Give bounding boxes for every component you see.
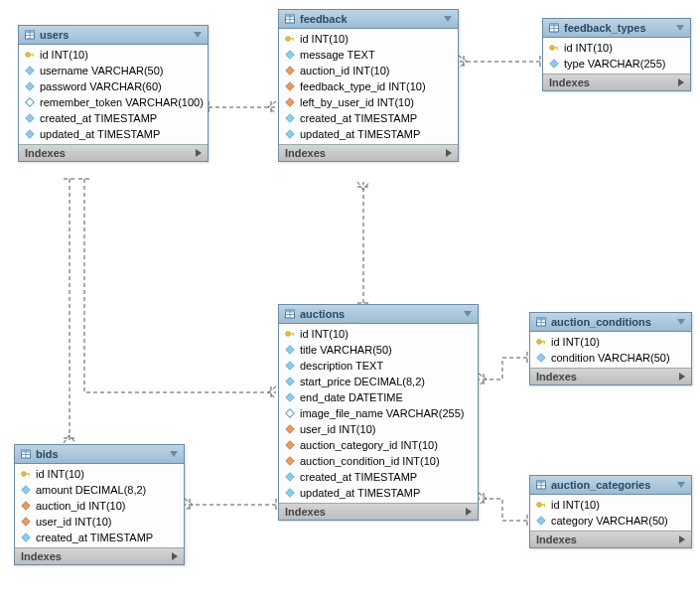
- column-row: id INT(10): [530, 334, 691, 350]
- column-row: id INT(10): [279, 31, 458, 47]
- column-row: remember_token VARCHAR(100): [19, 94, 208, 110]
- column-row: left_by_user_id INT(10): [279, 94, 458, 110]
- column-list: id INT(10)condition VARCHAR(50): [530, 332, 691, 368]
- column-row: updated_at TIMESTAMP: [279, 126, 458, 142]
- indexes-section[interactable]: Indexes: [15, 547, 184, 564]
- column-text: updated_at TIMESTAMP: [40, 128, 160, 140]
- column-row: created_at TIMESTAMP: [15, 530, 184, 545]
- svg-point-54: [537, 340, 542, 345]
- column-text: amount DECIMAL(8,2): [36, 484, 146, 496]
- expand-icon: [678, 78, 684, 86]
- fk-icon: [21, 517, 31, 527]
- column-text: left_by_user_id INT(10): [300, 96, 414, 108]
- column-text: user_id INT(10): [300, 423, 375, 435]
- column-icon: [285, 392, 295, 402]
- svg-rect-40: [286, 346, 294, 354]
- table-icon: [285, 14, 295, 24]
- nullable-icon: [25, 97, 35, 107]
- column-text: message TEXT: [300, 49, 375, 61]
- column-text: auction_id INT(10): [36, 500, 126, 512]
- entity-header[interactable]: feedback: [279, 10, 458, 29]
- entity-title: feedback: [300, 13, 348, 25]
- svg-rect-73: [22, 486, 30, 494]
- indexes-section[interactable]: Indexes: [279, 144, 458, 161]
- column-icon: [25, 66, 35, 76]
- svg-rect-19: [286, 51, 294, 59]
- entity-header[interactable]: auctions: [279, 305, 478, 324]
- collapse-icon[interactable]: [677, 482, 685, 488]
- column-row: start_price DECIMAL(8,2): [279, 374, 478, 389]
- indexes-section[interactable]: Indexes: [530, 531, 691, 547]
- svg-rect-76: [22, 534, 30, 541]
- column-row: created_at TIMESTAMP: [279, 110, 458, 126]
- svg-rect-44: [286, 409, 294, 417]
- svg-rect-9: [26, 98, 34, 106]
- column-icon: [285, 377, 295, 386]
- column-text: auction_id INT(10): [300, 65, 390, 76]
- column-row: id INT(10): [19, 47, 208, 63]
- fk-icon: [285, 424, 295, 434]
- entity-header[interactable]: bids: [15, 445, 184, 464]
- collapse-icon[interactable]: [444, 16, 452, 22]
- column-row: type VARCHAR(255): [543, 56, 690, 72]
- column-text: updated_at TIMESTAMP: [300, 128, 420, 140]
- column-row: end_date DATETIME: [279, 389, 478, 405]
- indexes-section[interactable]: Indexes: [279, 503, 478, 520]
- key-icon: [25, 50, 35, 60]
- column-row: created_at TIMESTAMP: [279, 469, 478, 485]
- column-list: id INT(10)message TEXTauction_id INT(10)…: [279, 29, 458, 144]
- entity-header[interactable]: auction_conditions: [530, 313, 691, 332]
- svg-rect-32: [550, 60, 558, 68]
- entity-title: auction_categories: [551, 479, 650, 491]
- svg-rect-72: [29, 473, 30, 476]
- column-text: feedback_type_id INT(10): [300, 80, 426, 92]
- column-icon: [536, 353, 546, 363]
- expand-icon: [172, 552, 178, 560]
- entity-title: users: [40, 29, 69, 41]
- indexes-section[interactable]: Indexes: [530, 368, 691, 384]
- entity-users[interactable]: usersid INT(10)username VARCHAR(50)passw…: [18, 25, 209, 162]
- table-icon: [536, 480, 546, 490]
- collapse-icon[interactable]: [676, 25, 684, 31]
- column-row: user_id INT(10): [279, 421, 478, 437]
- svg-rect-11: [26, 130, 34, 138]
- column-row: message TEXT: [279, 47, 458, 63]
- column-icon: [285, 472, 295, 482]
- column-text: auction_category_id INT(10): [300, 439, 438, 451]
- collapse-icon[interactable]: [677, 319, 685, 325]
- svg-point-62: [537, 503, 542, 508]
- entity-auctions[interactable]: auctionsid INT(10)title VARCHAR(50)descr…: [278, 304, 479, 521]
- entity-header[interactable]: auction_categories: [530, 476, 691, 495]
- column-text: user_id INT(10): [36, 516, 111, 528]
- entity-header[interactable]: feedback_types: [543, 19, 690, 38]
- key-icon: [285, 329, 295, 339]
- column-row: updated_at TIMESTAMP: [279, 485, 478, 501]
- svg-rect-8: [26, 82, 34, 90]
- entity-auction_categories[interactable]: auction_categoriesid INT(10)category VAR…: [529, 475, 692, 548]
- column-list: id INT(10)type VARCHAR(255): [543, 38, 690, 74]
- collapse-icon[interactable]: [170, 451, 178, 457]
- collapse-icon[interactable]: [194, 32, 202, 38]
- svg-rect-18: [293, 38, 294, 41]
- indexes-section[interactable]: Indexes: [543, 74, 690, 90]
- column-text: remember_token VARCHAR(100): [40, 96, 204, 108]
- expand-icon: [446, 149, 452, 157]
- svg-rect-64: [544, 504, 545, 507]
- entity-header[interactable]: users: [19, 26, 208, 45]
- indexes-section[interactable]: Indexes: [19, 144, 208, 161]
- column-row: password VARCHAR(60): [19, 78, 208, 94]
- column-row: username VARCHAR(50): [19, 63, 208, 78]
- entity-feedback_types[interactable]: feedback_typesid INT(10)type VARCHAR(255…: [542, 18, 691, 91]
- entity-feedback[interactable]: feedbackid INT(10)message TEXTauction_id…: [278, 9, 459, 162]
- column-icon: [25, 113, 35, 123]
- entity-auction_conditions[interactable]: auction_conditionsid INT(10)condition VA…: [529, 312, 692, 385]
- column-icon: [21, 533, 31, 542]
- svg-rect-41: [286, 362, 294, 370]
- column-icon: [285, 113, 295, 123]
- column-row: created_at TIMESTAMP: [19, 110, 208, 126]
- column-text: image_file_name VARCHAR(255): [300, 407, 464, 419]
- entity-bids[interactable]: bidsid INT(10)amount DECIMAL(8,2)auction…: [14, 444, 185, 565]
- expand-icon: [679, 535, 685, 543]
- collapse-icon[interactable]: [464, 311, 472, 317]
- expand-icon: [679, 373, 685, 381]
